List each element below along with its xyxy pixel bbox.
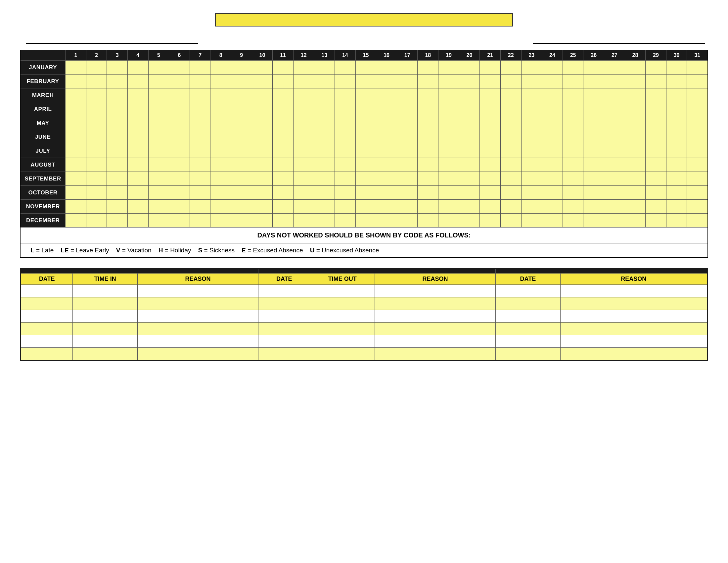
day-cell-january-18[interactable] [418, 61, 438, 74]
day-cell-july-26[interactable] [583, 144, 604, 158]
day-cell-july-19[interactable] [438, 144, 459, 158]
day-cell-august-9[interactable] [231, 158, 252, 172]
day-cell-september-3[interactable] [107, 172, 128, 186]
day-cell-june-31[interactable] [687, 130, 708, 144]
day-cell-january-20[interactable] [459, 61, 480, 74]
day-cell-december-26[interactable] [583, 213, 604, 227]
day-cell-january-7[interactable] [190, 61, 210, 74]
leave-cell-r6-c2[interactable] [310, 348, 375, 360]
leave-cell-r2-c3[interactable] [375, 298, 496, 310]
day-cell-january-1[interactable] [66, 61, 86, 74]
day-cell-february-25[interactable] [563, 74, 583, 88]
late-cell-r5-c3[interactable] [138, 335, 258, 348]
late-cell-r5-c2[interactable] [73, 335, 138, 348]
day-cell-november-12[interactable] [293, 200, 314, 213]
day-cell-october-22[interactable] [500, 186, 521, 200]
day-cell-august-25[interactable] [563, 158, 583, 172]
day-cell-june-4[interactable] [127, 130, 148, 144]
day-cell-may-17[interactable] [397, 116, 418, 130]
day-cell-february-30[interactable] [666, 74, 687, 88]
day-cell-october-15[interactable] [355, 186, 376, 200]
day-cell-may-13[interactable] [314, 116, 335, 130]
absent-cell-r1-c2[interactable] [560, 285, 707, 298]
day-cell-october-27[interactable] [604, 186, 625, 200]
day-cell-may-2[interactable] [86, 116, 107, 130]
day-cell-february-24[interactable] [542, 74, 563, 88]
day-cell-july-20[interactable] [459, 144, 480, 158]
day-cell-january-3[interactable] [107, 61, 128, 74]
day-cell-july-10[interactable] [252, 144, 273, 158]
day-cell-january-25[interactable] [563, 61, 583, 74]
day-cell-september-21[interactable] [480, 172, 501, 186]
day-cell-february-5[interactable] [148, 74, 169, 88]
leave-cell-r4-c2[interactable] [310, 323, 375, 335]
employee-input[interactable] [533, 36, 705, 44]
day-cell-april-5[interactable] [148, 102, 169, 116]
day-cell-june-26[interactable] [583, 130, 604, 144]
day-cell-january-31[interactable] [687, 61, 708, 74]
day-cell-may-21[interactable] [480, 116, 501, 130]
day-cell-january-16[interactable] [376, 61, 397, 74]
day-cell-december-7[interactable] [190, 213, 210, 227]
day-cell-september-5[interactable] [148, 172, 169, 186]
day-cell-october-24[interactable] [542, 186, 563, 200]
day-cell-december-6[interactable] [169, 213, 190, 227]
day-cell-january-26[interactable] [583, 61, 604, 74]
day-cell-september-10[interactable] [252, 172, 273, 186]
day-cell-september-13[interactable] [314, 172, 335, 186]
day-cell-august-10[interactable] [252, 158, 273, 172]
day-cell-may-24[interactable] [542, 116, 563, 130]
day-cell-june-16[interactable] [376, 130, 397, 144]
leave-cell-r1-c2[interactable] [310, 285, 375, 298]
day-cell-february-22[interactable] [500, 74, 521, 88]
day-cell-october-20[interactable] [459, 186, 480, 200]
day-cell-september-6[interactable] [169, 172, 190, 186]
day-cell-april-7[interactable] [190, 102, 210, 116]
day-cell-november-28[interactable] [625, 200, 646, 213]
day-cell-october-10[interactable] [252, 186, 273, 200]
day-cell-february-16[interactable] [376, 74, 397, 88]
day-cell-september-14[interactable] [335, 172, 356, 186]
day-cell-august-24[interactable] [542, 158, 563, 172]
day-cell-april-13[interactable] [314, 102, 335, 116]
day-cell-september-12[interactable] [293, 172, 314, 186]
day-cell-july-25[interactable] [563, 144, 583, 158]
day-cell-march-26[interactable] [583, 88, 604, 102]
day-cell-december-24[interactable] [542, 213, 563, 227]
day-cell-april-2[interactable] [86, 102, 107, 116]
day-cell-july-4[interactable] [127, 144, 148, 158]
day-cell-july-31[interactable] [687, 144, 708, 158]
day-cell-november-21[interactable] [480, 200, 501, 213]
day-cell-october-6[interactable] [169, 186, 190, 200]
day-cell-november-19[interactable] [438, 200, 459, 213]
day-cell-january-11[interactable] [273, 61, 294, 74]
day-cell-february-28[interactable] [625, 74, 646, 88]
day-cell-february-18[interactable] [418, 74, 438, 88]
day-cell-march-29[interactable] [646, 88, 666, 102]
day-cell-april-16[interactable] [376, 102, 397, 116]
day-cell-may-11[interactable] [273, 116, 294, 130]
late-cell-r2-c3[interactable] [138, 298, 258, 310]
day-cell-january-24[interactable] [542, 61, 563, 74]
day-cell-august-7[interactable] [190, 158, 210, 172]
day-cell-june-1[interactable] [66, 130, 86, 144]
day-cell-june-2[interactable] [86, 130, 107, 144]
day-cell-november-3[interactable] [107, 200, 128, 213]
day-cell-march-21[interactable] [480, 88, 501, 102]
day-cell-december-14[interactable] [335, 213, 356, 227]
day-cell-march-28[interactable] [625, 88, 646, 102]
day-cell-november-1[interactable] [66, 200, 86, 213]
day-cell-february-7[interactable] [190, 74, 210, 88]
day-cell-october-7[interactable] [190, 186, 210, 200]
day-cell-june-20[interactable] [459, 130, 480, 144]
day-cell-march-1[interactable] [66, 88, 86, 102]
leave-cell-r3-c3[interactable] [375, 310, 496, 323]
day-cell-november-10[interactable] [252, 200, 273, 213]
day-cell-january-22[interactable] [500, 61, 521, 74]
day-cell-january-2[interactable] [86, 61, 107, 74]
day-cell-january-30[interactable] [666, 61, 687, 74]
late-cell-r3-c1[interactable] [21, 310, 73, 323]
day-cell-september-8[interactable] [210, 172, 231, 186]
day-cell-october-17[interactable] [397, 186, 418, 200]
day-cell-june-30[interactable] [666, 130, 687, 144]
